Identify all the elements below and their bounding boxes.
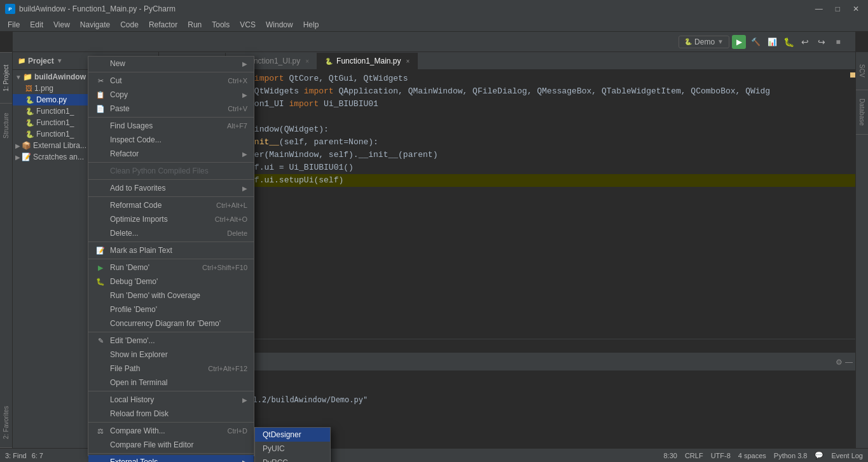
submenu-pyrcc[interactable]: PyRCC [255,456,330,462]
coverage-button[interactable]: 📊 [765,35,779,49]
menu-window[interactable]: Window [261,19,298,31]
ctx-debug-demo[interactable]: 🐛 Debug 'Demo' [88,275,254,289]
tab-favorites[interactable]: 2: Favorites [0,397,12,448]
editor-tabs: 🐍 Demo.py × 🐍 Function1_UI.py × 🐍 Functi… [159,52,855,70]
ctx-external-tools-label: External Tools [110,458,242,462]
tree-label-1png: 1.png [34,84,53,93]
menu-edit[interactable]: Edit [25,19,48,31]
menu-run[interactable]: Run [183,19,207,31]
ctx-paste[interactable]: 📄 Paste Ctrl+V [88,102,254,116]
ctx-clean-python: Clean Python Compiled Files [88,164,254,178]
ctx-concurrency[interactable]: Concurrency Diagram for 'Demo' [88,316,254,330]
ctx-run-demo[interactable]: ▶ Run 'Demo' Ctrl+Shift+F10 [88,261,254,275]
ctx-open-terminal[interactable]: Open in Terminal [88,376,254,390]
status-run-num[interactable]: 6: 7 [32,452,43,459]
ctx-edit-demo-label: Edit 'Demo'... [110,336,247,345]
editor-area: 🐍 Demo.py × 🐍 Function1_UI.py × 🐍 Functi… [159,52,855,448]
ctx-clean-python-label: Clean Python Compiled Files [110,166,247,175]
ctx-refactor-label: Refactor [110,149,242,158]
ctx-compare-editor[interactable]: Compare File with Editor [88,438,254,452]
ctx-file-path[interactable]: File Path Ctrl+Alt+F12 [88,362,254,376]
ctx-copy-label: Copy [110,90,242,99]
stop-button[interactable]: ■ [831,35,845,49]
ctx-run-coverage-label: Run 'Demo' with Coverage [110,291,247,300]
tree-label-func3: Function1_ [36,130,74,139]
maximize-button[interactable]: □ [832,3,844,15]
ctx-refactor[interactable]: Refactor ▶ [88,147,254,161]
left-vertical-tabs: 1: Project Structure 2: Favorites [0,52,13,448]
ctx-find-usages[interactable]: Find Usages Alt+F7 [88,119,254,133]
submenu-pyuic[interactable]: PyUIC [255,442,330,456]
ctx-optimize-imports[interactable]: Optimize Imports Ctrl+Alt+O [88,212,254,226]
ctx-profile-demo[interactable]: Profile 'Demo' [88,302,254,316]
tab-scv[interactable]: SCV [856,52,868,90]
menu-tools[interactable]: Tools [207,19,235,31]
status-crlf[interactable]: CRLF [685,452,703,459]
ctx-inspect[interactable]: Inspect Code... [88,133,254,147]
tab-project[interactable]: 1: Project [0,52,12,103]
status-line-col[interactable]: 8:30 [664,452,677,459]
minimize-button[interactable]: — [811,3,827,15]
tab-database[interactable]: Database [856,90,868,135]
ctx-reformat[interactable]: Reformat Code Ctrl+Alt+L [88,198,254,212]
status-find[interactable]: 3: Find [5,452,27,459]
status-encoding[interactable]: UTF-8 [711,452,731,459]
ctx-cut[interactable]: ✂ Cut Ctrl+X [88,74,254,88]
ctx-compare-with[interactable]: ⚖ Compare With... Ctrl+D [88,424,254,438]
status-indent[interactable]: 4 spaces [738,452,766,459]
tab-function1main-close[interactable]: × [406,58,410,65]
menu-refactor[interactable]: Refactor [144,19,183,31]
menu-file[interactable]: File [3,19,25,31]
ctx-run-demo-shortcut: Ctrl+Shift+F10 [202,264,247,271]
ctx-edit-demo[interactable]: ✎ Edit 'Demo'... [88,334,254,348]
menu-view[interactable]: View [48,19,75,31]
tree-label-demo: Demo.py [36,95,67,104]
submenu-qtdesigner[interactable]: QtDesigner [255,428,330,442]
status-event-log[interactable]: Event Log [831,452,863,459]
submenu-pyrcc-label: PyRCC [263,458,288,462]
ctx-add-favorites[interactable]: Add to Favorites ▶ [88,181,254,195]
run-button[interactable]: ▶ [732,35,746,49]
context-menu: New ▶ ✂ Cut Ctrl+X 📋 Copy ▶ 📄 Paste Ctrl… [88,56,254,456]
project-title: Project [28,57,54,65]
submenu-pyuic-label: PyUIC [263,444,285,453]
menu-help[interactable]: Help [298,19,324,31]
debug-button[interactable]: 🐛 [782,35,796,49]
close-button[interactable]: ✕ [849,3,863,15]
ctx-show-explorer[interactable]: Show in Explorer [88,348,254,362]
build-button[interactable]: 🔨 [748,35,762,49]
revert-button[interactable]: ↩ [798,35,812,49]
ctx-delete[interactable]: Delete... Delete [88,226,254,240]
status-python[interactable]: Python 3.8 [774,452,808,459]
ctx-run-coverage[interactable]: Run 'Demo' with Coverage [88,289,254,302]
ctx-reformat-shortcut: Ctrl+Alt+L [216,201,247,209]
submenu-external-tools: QtDesigner PyUIC PyRCC [254,427,331,462]
tab-function1ui-close[interactable]: × [305,58,309,65]
ctx-copy[interactable]: 📋 Copy ▶ [88,88,254,102]
toolbar: 🐍 Demo ▼ ▶ 🔨 📊 🐛 ↩ ↪ ■ [13,32,855,52]
tab-structure[interactable]: Structure [0,103,12,147]
project-dropdown[interactable]: ▼ [57,57,63,64]
ctx-new[interactable]: New ▶ [88,57,254,71]
panel-close-icon[interactable]: — [845,358,853,367]
ctx-delete-shortcut: Delete [227,229,247,237]
code-line-7: super(MainWindow, self).__init__(parent) [159,149,855,161]
ctx-mark-plain-text[interactable]: 📝 Mark as Plain Text [88,243,254,257]
menu-navigate[interactable]: Navigate [75,19,115,31]
bottom-panel-header: Run: QtDesig... ⚙ — [159,353,855,371]
code-line-1: from PyQt5 import QtCore, QtGui, QtWidge… [159,72,855,85]
panel-settings-icon[interactable]: ⚙ [836,358,843,367]
menu-code[interactable]: Code [115,19,144,31]
ctx-local-history[interactable]: Local History ▶ [88,393,254,407]
forward-button[interactable]: ↪ [815,35,829,49]
menu-vcs[interactable]: VCS [235,19,261,31]
run-config-dropdown[interactable]: 🐍 Demo ▼ [679,36,729,48]
ctx-reload-disk[interactable]: Reload from Disk [88,407,254,421]
ctx-concurrency-label: Concurrency Diagram for 'Demo' [110,319,247,328]
tab-function1main[interactable]: 🐍 Function1_Main.py × [317,53,418,69]
ctx-external-tools[interactable]: External Tools ▶ [88,455,254,462]
code-editor[interactable]: from PyQt5 import QtCore, QtGui, QtWidge… [159,70,855,339]
run-config-label: Demo [694,37,715,46]
ctx-cut-shortcut: Ctrl+X [228,77,247,85]
ctx-refactor-arrow: ▶ [242,151,247,158]
